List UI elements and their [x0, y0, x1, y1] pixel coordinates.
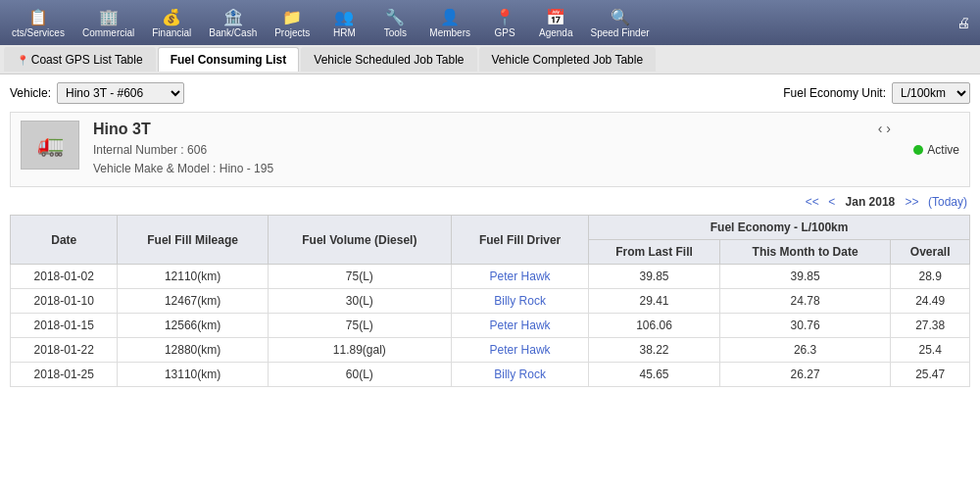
cell-this-month: 24.78	[719, 289, 891, 314]
table-row: 2018-01-10 12467(km) 30(L) Billy Rock 29…	[11, 289, 970, 314]
tab-bar: Coast GPS List Table Fuel Consuming List…	[0, 45, 980, 74]
table-row: 2018-01-22 12880(km) 11.89(gal) Peter Ha…	[11, 338, 970, 363]
prev-month-button[interactable]: <	[828, 195, 835, 209]
nav-members[interactable]: 👤 Members	[421, 5, 478, 41]
vehicle-make-model: Vehicle Make & Model : Hino - 195	[93, 160, 273, 178]
cell-mileage: 12880(km)	[118, 338, 268, 363]
vehicle-internal: Internal Number : 606	[93, 141, 273, 160]
cell-mileage: 12110(km)	[118, 265, 268, 289]
commercial-icon: 🏢	[99, 8, 119, 26]
nav-projects-label: Projects	[274, 27, 310, 38]
col-mileage: Fuel Fill Mileage	[118, 216, 268, 265]
cell-date: 2018-01-10	[11, 289, 118, 314]
active-dot	[913, 145, 923, 155]
cell-mileage: 13110(km)	[118, 363, 268, 387]
members-icon: 👤	[440, 8, 460, 26]
nav-bank[interactable]: 🏦 Bank/Cash	[201, 5, 265, 41]
nav-hrm[interactable]: 👥 HRM	[319, 5, 368, 41]
col-from-last-fill: From Last Fill	[589, 240, 720, 265]
table-row: 2018-01-25 13110(km) 60(L) Billy Rock 45…	[11, 363, 970, 387]
nav-speedfinder[interactable]: 🔍 Speed Finder	[583, 5, 658, 41]
vehicle-info: Hino 3T Internal Number : 606 Vehicle Ma…	[93, 121, 273, 178]
cell-volume: 60(L)	[268, 363, 451, 387]
vehicle-nav-arrows: ‹ ›	[878, 121, 891, 136]
tab-coast[interactable]: Coast GPS List Table	[4, 47, 156, 72]
cell-overall: 25.4	[891, 338, 970, 363]
col-volume: Fuel Volume (Diesel)	[268, 216, 451, 265]
hrm-icon: 👥	[334, 8, 354, 26]
cell-date: 2018-01-02	[11, 265, 118, 289]
nav-agenda-label: Agenda	[539, 27, 572, 38]
agenda-icon: 📅	[546, 8, 565, 26]
cell-overall: 25.47	[891, 363, 970, 387]
cell-this-month: 26.27	[719, 363, 891, 387]
products-icon: 📋	[28, 8, 48, 26]
tab-scheduled-label: Vehicle Scheduled Job Table	[314, 53, 464, 67]
nav-members-label: Members	[429, 27, 470, 38]
cell-volume: 75(L)	[268, 265, 451, 289]
table-row: 2018-01-15 12566(km) 75(L) Peter Hawk 10…	[11, 314, 970, 338]
nav-financial[interactable]: 💰 Financial	[144, 5, 199, 41]
cell-from-last-fill: 45.65	[589, 363, 720, 387]
cell-mileage: 12467(km)	[118, 289, 268, 314]
cell-driver[interactable]: Peter Hawk	[452, 265, 589, 289]
cell-date: 2018-01-25	[11, 363, 118, 387]
cell-from-last-fill: 39.85	[589, 265, 720, 289]
nav-tools[interactable]: 🔧 Tools	[370, 5, 419, 41]
fuel-economy-label: Fuel Economy Unit:	[783, 86, 886, 100]
cell-from-last-fill: 106.06	[589, 314, 720, 338]
vehicle-name: Hino 3T	[93, 121, 273, 138]
col-this-month: This Month to Date	[719, 240, 891, 265]
print-button[interactable]: 🖨	[951, 11, 976, 34]
cell-overall: 24.49	[891, 289, 970, 314]
nav-projects[interactable]: 📁 Projects	[267, 5, 318, 41]
vehicle-row: Vehicle: Hino 3T - #606 Fuel Economy Uni…	[10, 82, 970, 104]
fuel-consuming-table: Date Fuel Fill Mileage Fuel Volume (Dies…	[10, 215, 970, 387]
cell-mileage: 12566(km)	[118, 314, 268, 338]
prev-prev-month-button[interactable]: <<	[806, 195, 819, 209]
nav-gps-label: GPS	[494, 27, 514, 38]
cell-driver[interactable]: Billy Rock	[452, 289, 589, 314]
cell-driver[interactable]: Peter Hawk	[452, 314, 589, 338]
fuel-economy-select[interactable]: L/100km mpg km/L	[892, 82, 970, 104]
truck-icon: 🚛	[37, 132, 64, 158]
financial-icon: 💰	[162, 8, 181, 26]
nav-products-label: cts/Services	[12, 27, 65, 38]
fuel-economy-row: Fuel Economy Unit: L/100km mpg km/L	[783, 82, 970, 104]
col-overall: Overall	[891, 240, 970, 265]
nav-commercial[interactable]: 🏢 Commercial	[74, 5, 142, 41]
nav-bank-label: Bank/Cash	[209, 27, 257, 38]
nav-products[interactable]: 📋 cts/Services	[4, 5, 73, 41]
cell-date: 2018-01-15	[11, 314, 118, 338]
cell-this-month: 39.85	[719, 265, 891, 289]
next-month-button[interactable]: >>	[906, 195, 919, 209]
cell-overall: 27.38	[891, 314, 970, 338]
nav-agenda[interactable]: 📅 Agenda	[531, 5, 580, 41]
vehicle-select[interactable]: Hino 3T - #606	[57, 82, 184, 104]
col-date: Date	[11, 216, 118, 265]
nav-gps[interactable]: 📍 GPS	[480, 5, 529, 41]
bank-icon: 🏦	[223, 8, 243, 26]
tab-consuming-label: Fuel Consuming List	[171, 53, 287, 67]
cell-volume: 30(L)	[268, 289, 451, 314]
cell-volume: 11.89(gal)	[268, 338, 451, 363]
tab-coast-label: Coast GPS List Table	[31, 53, 143, 67]
next-vehicle-button[interactable]: ›	[886, 121, 891, 136]
cell-driver[interactable]: Peter Hawk	[452, 338, 589, 363]
table-row: 2018-01-02 12110(km) 75(L) Peter Hawk 39…	[11, 265, 970, 289]
prev-vehicle-button[interactable]: ‹	[878, 121, 883, 136]
col-driver: Fuel Fill Driver	[452, 216, 589, 265]
cell-this-month: 26.3	[719, 338, 891, 363]
active-badge: Active	[913, 143, 959, 157]
tab-consuming[interactable]: Fuel Consuming List	[158, 47, 300, 72]
today-button[interactable]: (Today)	[928, 195, 967, 209]
tab-scheduled[interactable]: Vehicle Scheduled Job Table	[301, 47, 476, 72]
gps-icon: 📍	[495, 8, 514, 26]
projects-icon: 📁	[282, 8, 302, 26]
cell-driver[interactable]: Billy Rock	[452, 363, 589, 387]
cell-date: 2018-01-22	[11, 338, 118, 363]
tab-completed-label: Vehicle Completed Job Table	[492, 53, 644, 67]
tab-completed[interactable]: Vehicle Completed Job Table	[479, 47, 657, 72]
nav-bar: 📋 cts/Services 🏢 Commercial 💰 Financial …	[0, 0, 980, 45]
vehicle-card: 🚛 Hino 3T Internal Number : 606 Vehicle …	[10, 112, 970, 187]
